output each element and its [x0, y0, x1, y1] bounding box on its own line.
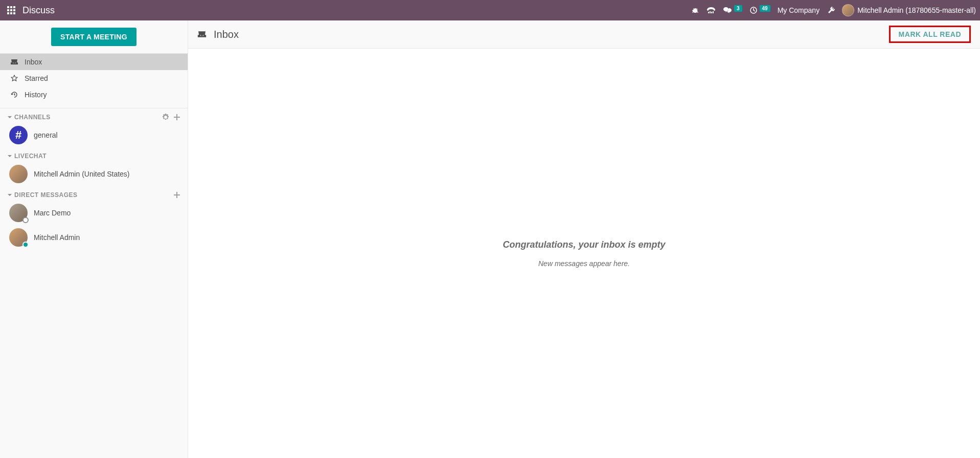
chevron-down-icon[interactable]	[7, 154, 12, 159]
bug-icon[interactable]	[691, 6, 699, 14]
app-title: Discuss	[22, 5, 55, 16]
dm-mitchell-admin[interactable]: Mitchell Admin	[0, 225, 188, 250]
sidebar: START A MEETING Inbox Starred History	[0, 20, 188, 458]
svg-rect-0	[708, 12, 709, 13]
messages-icon[interactable]: 3	[723, 6, 742, 14]
mailbox-inbox[interactable]: Inbox	[0, 54, 188, 70]
empty-subtitle: New messages appear here.	[538, 259, 630, 268]
channels-section-header: CHANNELS	[0, 108, 188, 123]
channel-label: general	[34, 131, 58, 139]
company-selector[interactable]: My Company	[778, 6, 819, 14]
hash-icon: #	[9, 126, 28, 144]
avatar-icon	[9, 204, 28, 222]
svg-rect-1	[710, 11, 711, 13]
dm-label: Mitchell Admin	[34, 233, 80, 242]
inbox-icon	[10, 59, 18, 65]
app-header: Discuss 3 49 My Company Mitchell Admin (…	[0, 0, 980, 20]
mailbox-history[interactable]: History	[0, 86, 188, 103]
chevron-down-icon[interactable]	[7, 115, 12, 120]
content-title: Inbox	[214, 29, 239, 40]
livechat-header-label: LIVECHAT	[14, 152, 47, 160]
activity-icon[interactable]: 49	[749, 6, 770, 14]
star-icon	[10, 75, 18, 82]
mailbox-label: Inbox	[25, 58, 42, 66]
plus-icon[interactable]	[173, 191, 180, 199]
content-area: Inbox MARK ALL READ Congratulations, you…	[188, 20, 980, 458]
mailbox-label: Starred	[25, 74, 48, 82]
activity-badge: 49	[760, 5, 770, 12]
livechat-label: Mitchell Admin (United States)	[34, 170, 130, 178]
svg-rect-3	[713, 11, 714, 13]
livechat-item[interactable]: Mitchell Admin (United States)	[0, 162, 188, 186]
history-icon	[10, 91, 18, 98]
dm-marc-demo[interactable]: Marc Demo	[0, 201, 188, 225]
user-avatar-icon	[842, 4, 854, 16]
dm-label: Marc Demo	[34, 209, 71, 217]
avatar-icon	[9, 165, 28, 183]
tools-icon[interactable]	[827, 6, 835, 14]
mailbox-starred[interactable]: Starred	[0, 70, 188, 86]
apps-menu-icon[interactable]	[7, 6, 15, 14]
content-header: Inbox MARK ALL READ	[188, 20, 980, 49]
phone-icon[interactable]	[706, 6, 716, 14]
gear-icon[interactable]	[162, 114, 169, 121]
empty-title: Congratulations, your inbox is empty	[503, 239, 665, 250]
presence-online-icon	[22, 242, 29, 248]
username-label: Mitchell Admin (18780655-master-all)	[857, 6, 976, 14]
empty-state: Congratulations, your inbox is empty New…	[188, 49, 980, 458]
channels-header-label: CHANNELS	[14, 114, 51, 121]
start-meeting-button[interactable]: START A MEETING	[51, 28, 136, 46]
dm-header-label: DIRECT MESSAGES	[14, 191, 78, 199]
messages-badge: 3	[734, 5, 742, 12]
livechat-section-header: LIVECHAT	[0, 147, 188, 162]
plus-icon[interactable]	[173, 114, 180, 121]
mailbox-label: History	[25, 91, 47, 99]
chevron-down-icon[interactable]	[7, 192, 12, 198]
inbox-icon	[197, 31, 207, 38]
dm-section-header: DIRECT MESSAGES	[0, 186, 188, 201]
channel-general[interactable]: # general	[0, 123, 188, 147]
presence-offline-icon	[22, 217, 29, 223]
svg-rect-2	[711, 12, 712, 13]
avatar-icon	[9, 228, 28, 247]
user-menu[interactable]: Mitchell Admin (18780655-master-all)	[842, 4, 976, 16]
mark-all-read-button[interactable]: MARK ALL READ	[889, 26, 971, 43]
